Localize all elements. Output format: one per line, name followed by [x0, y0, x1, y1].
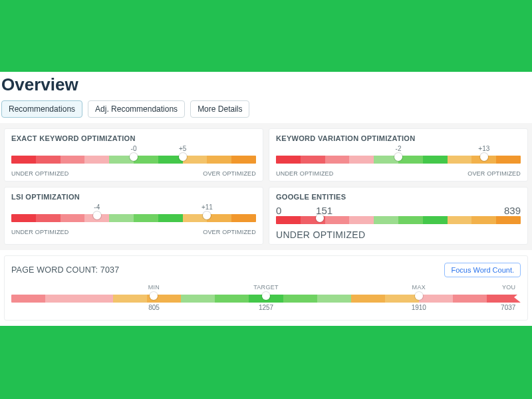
card-title: GOOGLE ENTITIES [276, 193, 521, 201]
overview-panel: Overview Recommendations Adj. Recommenda… [0, 72, 532, 326]
marker-high-label: +13 [478, 145, 489, 152]
marker-high-label: +5 [179, 145, 186, 152]
wc-max-marker [415, 292, 423, 300]
card-title: KEYWORD VARIATION OPTIMIZATION [276, 134, 521, 142]
tab-more-details[interactable]: More Details [190, 100, 249, 118]
tab-adj-recommendations[interactable]: Adj. Recommendations [88, 100, 185, 118]
card-title: EXACT KEYWORD OPTIMIZATION [11, 134, 256, 142]
wc-max-val: 1910 [412, 304, 426, 311]
gauge-grid: EXACT KEYWORD OPTIMIZATION -0 +5 UNDER O… [0, 123, 532, 250]
wc-you-marker [514, 292, 521, 303]
marker-low-label: -4 [94, 203, 100, 211]
card-lsi: LSI OPTIMIZATION -4 +11 UNDER OPTIMIZED … [4, 187, 263, 245]
card-title: LSI OPTIMIZATION [11, 193, 256, 201]
marker-low-label: -0 [131, 145, 137, 152]
marker-low-label: -2 [396, 145, 402, 152]
focus-word-count-button[interactable]: Focus Word Count. [444, 263, 521, 277]
marker-high-label: +11 [201, 203, 213, 211]
wc-min-val: 805 [148, 304, 160, 311]
card-google-entities: GOOGLE ENTITIES 0 151 839 UNDER OPTIMIZE… [269, 187, 528, 245]
tabs: Recommendations Adj. Recommendations Mor… [0, 99, 532, 123]
wc-max-top: MAX [412, 284, 426, 291]
gauge-axis-labels: UNDER OPTIMIZED OVER OPTIMIZED [276, 170, 521, 177]
gauge-lsi: -4 +11 [11, 205, 256, 227]
marker-high [179, 153, 187, 161]
gauge-entities [276, 215, 521, 228]
marker-low [394, 153, 402, 161]
marker-high [480, 153, 488, 161]
card-exact-keyword: EXACT KEYWORD OPTIMIZATION -0 +5 UNDER O… [4, 128, 263, 182]
gauge-exact: -0 +5 [11, 146, 256, 169]
gauge-word-count: MIN 805 TARGET 1257 MAX 1910 YOU 7037 [11, 284, 521, 315]
card-word-count: PAGE WORD COUNT: 7037 Focus Word Count. … [4, 255, 528, 321]
gauge-axis-labels: UNDER OPTIMIZED OVER OPTIMIZED [11, 229, 256, 235]
page-title: Overview [0, 72, 532, 99]
wc-target-top: TARGET [253, 284, 279, 291]
tab-recommendations[interactable]: Recommendations [1, 100, 82, 118]
marker-low [93, 211, 101, 219]
gauge-variation: -2 +13 [276, 146, 521, 169]
wc-you-val: 7037 [501, 304, 515, 311]
wc-you-top: YOU [502, 284, 515, 291]
marker-entities [316, 214, 324, 222]
word-count-title: PAGE WORD COUNT: 7037 [11, 265, 119, 275]
marker-low [130, 153, 138, 161]
marker-high [203, 211, 211, 219]
gauge-axis-labels: UNDER OPTIMIZED OVER OPTIMIZED [11, 170, 256, 177]
wc-min-marker [150, 292, 158, 300]
wc-target-val: 1257 [259, 304, 273, 311]
card-keyword-variation: KEYWORD VARIATION OPTIMIZATION -2 +13 UN… [269, 128, 528, 182]
entities-under-label: UNDER OPTIMIZED [276, 229, 521, 240]
wc-min-top: MIN [148, 284, 160, 291]
wc-target-marker [262, 292, 270, 300]
